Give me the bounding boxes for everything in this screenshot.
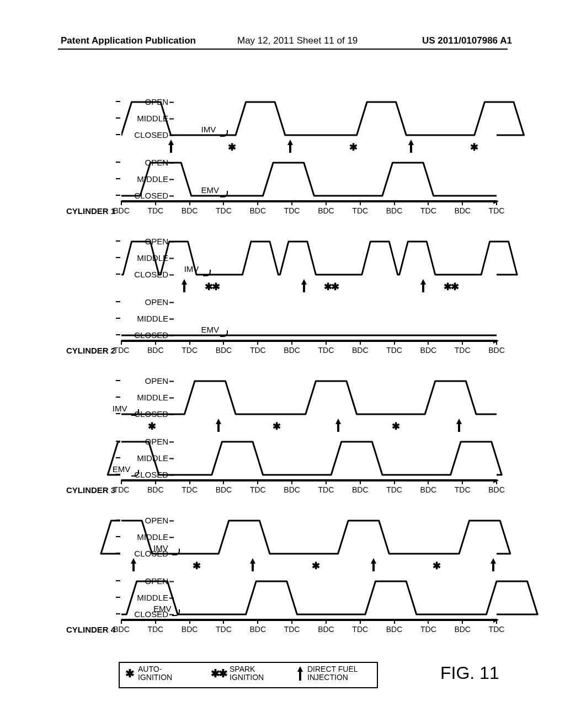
fuel-injection-icon [167, 139, 175, 153]
fuel-injection-icon [407, 139, 415, 153]
cylinder-title: CYLINDER 2 [66, 346, 115, 355]
fuel-injection-icon [215, 418, 222, 432]
event-row: ✱✱✱✱✱✱ [121, 279, 497, 297]
x-tick-label: BDC [318, 206, 334, 215]
x-ticks: TDCBDCTDCBDCTDCBDCTDCBDCTDCBDCTDCBDC [121, 340, 497, 362]
emv-waveform [121, 439, 497, 478]
x-tick-label: TDC [352, 206, 368, 215]
spark-ignition-icon: ✱✱ [444, 281, 458, 293]
fuel-injection-icon [300, 279, 308, 293]
x-tick-label: TDC [420, 206, 436, 215]
x-ticks: BDCTDCBDCTDCBDCTDCBDCTDCBDCTDCBDCTDC [121, 619, 497, 641]
auto-ignition-icon: ✱ [470, 141, 478, 153]
x-tick-label: TDC [455, 346, 471, 355]
x-tick-label: TDC [114, 485, 130, 494]
x-tick-label: BDC [113, 206, 130, 215]
fuel-injection-icon [370, 558, 377, 572]
x-ticks: TDCBDCTDCBDCTDCBDCTDCBDCTDCBDCTDCBDC [121, 480, 497, 502]
event-row: ✱✱✱ [121, 418, 497, 437]
imv-waveform [121, 99, 497, 138]
cylinder-1-block: OPENMIDDLECLOSEDIMVOPENMIDDLECLOSEDEMV✱✱… [72, 99, 497, 234]
legend-auto-ignition: ✱ AUTO-IGNITION [125, 665, 172, 682]
spark-ignition-icon: ✱✱ [205, 281, 219, 293]
imv-label: IMV [184, 264, 199, 274]
x-tick-label: BDC [216, 346, 232, 355]
cylinder-title: CYLINDER 3 [66, 485, 115, 495]
x-tick-label: BDC [182, 625, 198, 634]
timing-diagrams: OPENMIDDLECLOSEDIMVOPENMIDDLECLOSEDEMV✱✱… [72, 99, 497, 657]
auto-ignition-icon: ✱ [273, 420, 281, 432]
x-tick-label: TDC [182, 346, 198, 355]
fuel-injection-icon [180, 279, 188, 293]
fuel-injection-icon [286, 139, 294, 153]
figure-label: FIG. 11 [440, 663, 499, 683]
emv-label: EMV [153, 604, 172, 613]
double-star-icon: ✱✱ [211, 668, 226, 679]
x-tick-label: TDC [420, 625, 436, 634]
x-tick-label: BDC [182, 206, 198, 215]
x-tick-label: TDC [386, 485, 402, 494]
page: Patent Application Publication May 12, 2… [0, 0, 565, 728]
x-tick-label: TDC [182, 485, 198, 494]
x-tick-label: BDC [386, 206, 403, 215]
x-tick-label: TDC [455, 485, 471, 494]
emv-label: EMV [201, 185, 220, 195]
spark-ignition-icon: ✱✱ [324, 281, 338, 293]
imv-label: IMV [201, 125, 216, 134]
header-mid: May 12, 2011 Sheet 11 of 19 [237, 35, 358, 46]
auto-ignition-icon: ✱ [312, 560, 320, 572]
x-tick-label: TDC [284, 206, 300, 215]
x-tick-label: BDC [488, 346, 505, 355]
auto-ignition-icon: ✱ [433, 560, 441, 572]
x-tick-label: TDC [114, 346, 130, 355]
x-tick-label: BDC [249, 206, 266, 215]
x-tick-label: BDC [216, 485, 232, 494]
header-rule [58, 49, 508, 50]
x-tick-label: TDC [489, 206, 505, 215]
header-right: US 2011/0107986 A1 [422, 35, 512, 46]
imv-waveform [121, 378, 497, 417]
x-tick-label: BDC [454, 206, 471, 215]
emv-label: EMV [201, 325, 220, 334]
x-tick-label: TDC [318, 485, 334, 494]
emv-label: EMV [113, 464, 131, 474]
header-left: Patent Application Publication [61, 35, 196, 46]
event-row: ✱✱✱ [121, 139, 497, 158]
cylinder-2-block: OPENMIDDLECLOSEDIMVOPENMIDDLECLOSEDEMV✱✱… [72, 239, 497, 374]
legend: ✱ AUTO-IGNITION ✱✱ SPARKIGNITION DIRECT … [119, 662, 378, 688]
event-row: ✱✱✱ [121, 558, 497, 576]
x-tick-label: TDC [147, 625, 163, 634]
x-tick-label: TDC [284, 625, 300, 634]
x-tick-label: TDC [250, 485, 266, 494]
imv-waveform [121, 239, 497, 277]
x-tick-label: TDC [352, 625, 368, 634]
cylinder-3-block: OPENMIDDLECLOSEDIMVOPENMIDDLECLOSEDEMV✱✱… [72, 378, 497, 513]
x-tick-label: BDC [386, 625, 403, 634]
x-tick-label: BDC [147, 485, 164, 494]
legend-auto-label: AUTO-IGNITION [138, 665, 172, 682]
up-arrow-icon [296, 665, 304, 682]
fuel-injection-icon [455, 418, 463, 432]
x-tick-label: BDC [147, 346, 164, 355]
cylinder-title: CYLINDER 4 [66, 625, 115, 634]
fuel-injection-icon [489, 558, 497, 572]
auto-ignition-icon: ✱ [148, 420, 156, 432]
legend-inj-label: DIRECT FUELINJECTION [307, 665, 358, 682]
star-icon: ✱ [125, 668, 135, 679]
legend-spark-label: SPARKIGNITION [230, 665, 264, 682]
x-tick-label: BDC [284, 346, 300, 355]
x-ticks: BDCTDCBDCTDCBDCTDCBDCTDCBDCTDCBDCTDC [121, 201, 497, 223]
cylinder-title: CYLINDER 1 [66, 206, 115, 216]
x-tick-label: TDC [250, 346, 266, 355]
x-tick-label: BDC [488, 485, 505, 494]
x-tick-label: TDC [386, 346, 402, 355]
legend-spark-ignition: ✱✱ SPARKIGNITION [211, 665, 264, 682]
imv-label: IMV [153, 543, 168, 553]
x-tick-label: BDC [454, 625, 471, 634]
emv-waveform [121, 299, 497, 338]
fuel-injection-icon [130, 558, 137, 572]
x-tick-label: BDC [352, 346, 369, 355]
cylinder-4-block: OPENMIDDLECLOSEDIMVOPENMIDDLECLOSEDEMV✱✱… [72, 518, 497, 653]
x-tick-label: BDC [249, 625, 266, 634]
x-tick-label: BDC [113, 625, 130, 634]
